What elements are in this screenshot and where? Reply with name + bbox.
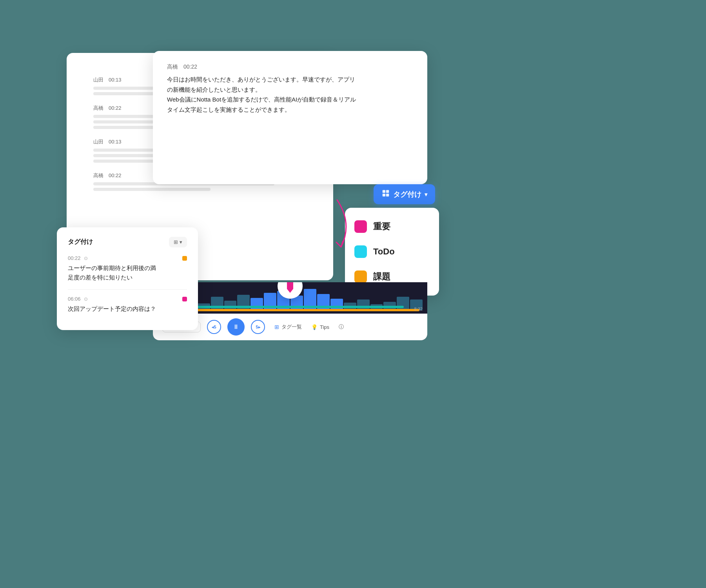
play-indicator: [278, 282, 303, 299]
back-speaker4-label: 高橋 00:22: [93, 172, 122, 179]
svg-rect-3: [386, 194, 389, 196]
main-transcript-card: 高橋 00:22 今日はお時間をいただき、ありがとうございます。早速ですが、アプ…: [153, 51, 427, 184]
time-label: 8:32: [414, 307, 423, 311]
tag-dot-issue: [354, 270, 367, 283]
transcript-text: 今日はお時間をいただき、ありがとうございます。早速ですが、アプリ の新機能を紹介…: [167, 74, 413, 114]
forward-button[interactable]: 5 ▸: [251, 320, 265, 334]
filter-button[interactable]: ⊞ ▾: [169, 237, 187, 247]
taglist-header: タグ付け ⊞ ▾: [68, 237, 187, 247]
filter-chevron: ▾: [180, 239, 182, 245]
tips-action[interactable]: 💡 Tips: [311, 324, 329, 330]
rewind-button[interactable]: ◂ 5: [207, 320, 221, 334]
taglist-title: タグ付け: [68, 238, 93, 246]
back-speaker1-label: 山田 00:13: [93, 76, 122, 83]
tag-list-card: タグ付け ⊞ ▾ 00:22 ⊙ ユーザーの事前期待と利用後の満足度の差を特に知…: [57, 227, 198, 330]
tag-entry-text-2: 次回アップデート予定の内容は？: [68, 304, 187, 314]
back-speaker3-label: 山田 00:13: [93, 138, 122, 145]
tag-indicator-2: [182, 297, 187, 301]
tag-entry-header-2: 06:06 ⊙: [68, 296, 187, 302]
info-icon: ⓘ: [339, 323, 344, 330]
tag-time-2: 06:06: [68, 296, 81, 302]
tag-view-action[interactable]: ⊞ タグ一覧: [274, 323, 302, 330]
pause-icon: ⏸: [233, 323, 239, 330]
pause-button[interactable]: ⏸: [227, 318, 245, 336]
tag-time-icon-1: ⊙: [84, 256, 88, 261]
tag-view-icon: ⊞: [274, 324, 279, 330]
tag-entry-header-1: 00:22 ⊙: [68, 255, 187, 261]
svg-rect-1: [386, 190, 389, 193]
tag-label-important: 重要: [373, 221, 390, 232]
tag-view-label: タグ一覧: [281, 323, 302, 330]
tips-label: Tips: [320, 324, 329, 330]
arrow-decoration: [290, 192, 368, 270]
tag-entry-1: 00:22 ⊙ ユーザーの事前期待と利用後の満足度の差を特に知りたい: [68, 255, 187, 282]
tag-button-icon: [381, 189, 390, 200]
tag-label-issue: 課題: [373, 271, 390, 283]
svg-rect-0: [383, 190, 385, 193]
tag-time-icon-2: ⊙: [84, 296, 88, 302]
main-speaker-label: 高橋 00:22: [167, 64, 413, 71]
tag-indicator-1: [182, 256, 187, 261]
tips-icon: 💡: [311, 324, 318, 330]
tag-button[interactable]: タグ付け ▾: [374, 184, 435, 204]
tag-entry-text-1: ユーザーの事前期待と利用後の満足度の差を特に知りたい: [68, 263, 187, 282]
tag-divider: [68, 289, 187, 290]
tag-label-todo: ToDo: [373, 247, 395, 257]
svg-rect-2: [383, 194, 385, 196]
tag-button-label: タグ付け: [393, 190, 421, 199]
chevron-down-icon: ▾: [425, 191, 427, 198]
forward-icon: ▸: [258, 325, 260, 329]
play-circle: [278, 282, 303, 299]
filter-icon: ⊞: [174, 239, 178, 245]
yellow-bar: [169, 309, 419, 311]
tag-entry-2: 06:06 ⊙ 次回アップデート予定の内容は？: [68, 296, 187, 314]
back-speaker2-label: 高橋 00:22: [93, 105, 122, 112]
rewind-label: 5: [214, 325, 216, 329]
info-action[interactable]: ⓘ: [339, 323, 344, 330]
tag-time-1: 00:22: [68, 255, 81, 261]
